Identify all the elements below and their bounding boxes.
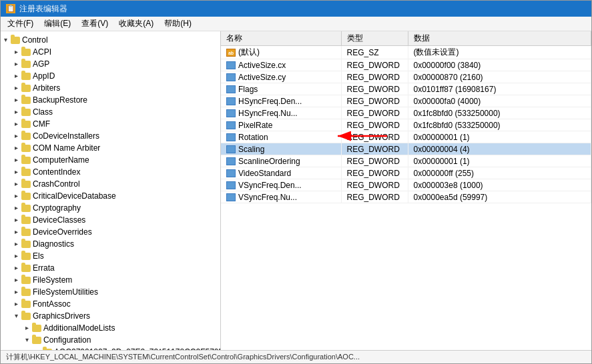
tree-node[interactable]: ▸DeviceOverrides: [1, 226, 220, 238]
tree-node[interactable]: ▸AGP: [1, 58, 220, 70]
expand-icon[interactable]: ▸: [11, 203, 21, 213]
expand-icon[interactable]: ▸: [11, 179, 21, 189]
tree-node[interactable]: ▸Diagnostics: [1, 238, 220, 250]
tree-node[interactable]: ▸CMF: [1, 118, 220, 130]
tree-node-label: Configuration: [43, 335, 91, 345]
collapse-icon[interactable]: ▾: [1, 35, 10, 45]
tree-node[interactable]: ▸Els: [1, 250, 220, 262]
value-type: REG_DWORD: [341, 131, 408, 143]
expand-icon[interactable]: ▸: [11, 59, 21, 69]
expand-icon[interactable]: ▸: [11, 83, 21, 93]
tree-node-label: DeviceClasses: [33, 215, 85, 225]
tree-node[interactable]: ▸Class: [1, 106, 220, 118]
expand-icon[interactable]: ▸: [11, 131, 21, 141]
value-data: 0x000000ff (255): [408, 167, 591, 179]
expand-icon[interactable]: ▸: [11, 251, 21, 261]
menu-favorites[interactable]: 收藏夹(A): [115, 17, 158, 31]
collapse-icon[interactable]: ▾: [22, 335, 31, 345]
tree-node[interactable]: ▾Control: [1, 34, 220, 46]
expand-icon[interactable]: ▸: [11, 167, 21, 177]
tree-node[interactable]: ▸Cryptography: [1, 202, 220, 214]
tree-node-label: Cryptography: [33, 203, 81, 213]
expand-icon[interactable]: ▸: [11, 287, 21, 297]
tree-node-label: AppID: [33, 71, 55, 81]
menu-help[interactable]: 帮助(H): [160, 17, 196, 31]
table-row[interactable]: ActiveSize.cxREG_DWORD0x00000f00 (3840): [221, 59, 591, 71]
tree-node[interactable]: ▸AdditionalModeLists: [1, 322, 220, 334]
expand-icon[interactable]: ▸: [11, 227, 21, 237]
expand-icon[interactable]: ▸: [11, 299, 21, 309]
tree-node[interactable]: ▸CriticalDeviceDatabase: [1, 190, 220, 202]
window-title: 注册表编辑器: [19, 3, 67, 15]
tree-node[interactable]: ▸ContentIndex: [1, 166, 220, 178]
table-row[interactable]: VideoStandardREG_DWORD0x000000ff (255): [221, 167, 591, 179]
tree-node[interactable]: ▾Configuration: [1, 334, 220, 346]
expand-icon[interactable]: ▸: [11, 119, 21, 129]
tree-node[interactable]: ▸CoDeviceInstallers: [1, 130, 220, 142]
value-data: 0x000003e8 (1000): [408, 179, 591, 191]
folder-icon: [21, 83, 31, 93]
expand-icon[interactable]: ▸: [11, 191, 21, 201]
table-row[interactable]: ActiveSize.cyREG_DWORD0x00000870 (2160): [221, 71, 591, 83]
collapse-icon[interactable]: ▾: [11, 311, 21, 321]
table-row[interactable]: PixelRateREG_DWORD0x1fc8bfd0 (533250000): [221, 119, 591, 131]
expand-icon[interactable]: ▸: [11, 275, 21, 285]
expand-icon[interactable]: ▸: [11, 155, 21, 165]
value-data: 0x0101ff87 (16908167): [408, 83, 591, 95]
expand-icon[interactable]: ▸: [11, 143, 21, 153]
table-row[interactable]: HSyncFreq.Den...REG_DWORD0x00000fa0 (400…: [221, 95, 591, 107]
tree-node[interactable]: ▸Arbiters: [1, 82, 220, 94]
menu-edit[interactable]: 编辑(E): [40, 17, 75, 31]
value-type-icon: [226, 193, 236, 201]
expand-icon[interactable]: ▸: [11, 107, 21, 117]
tree-node[interactable]: ▸FileSystemUtilities: [1, 286, 220, 298]
menu-file[interactable]: 文件(F): [3, 17, 37, 31]
expand-icon[interactable]: ▸: [11, 239, 21, 249]
value-type-icon: [226, 145, 236, 153]
value-data: 0x1fc8bfd0 (533250000): [408, 107, 591, 119]
folder-icon: [21, 203, 31, 213]
expand-icon[interactable]: ▸: [11, 71, 21, 81]
tree-node[interactable]: ▸FileSystem: [1, 274, 220, 286]
expand-icon[interactable]: ▸: [11, 47, 21, 57]
table-row[interactable]: ScalingREG_DWORD0x00000004 (4): [221, 143, 591, 155]
tree-node[interactable]: ▸BackupRestore: [1, 94, 220, 106]
table-row[interactable]: VSyncFreq.Nu...REG_DWORD0x0000ea5d (5999…: [221, 191, 591, 203]
folder-icon: [10, 35, 21, 45]
tree-node[interactable]: ▸ACPI: [1, 46, 220, 58]
tree-node[interactable]: ▾GraphicsDrivers: [1, 310, 220, 322]
expand-icon[interactable]: ▸: [11, 95, 21, 105]
value-type-icon: [226, 97, 236, 105]
tree-node[interactable]: ▸ComputerName: [1, 154, 220, 166]
tree-node[interactable]: ▸Errata: [1, 262, 220, 274]
tree-node-label: BackupRestore: [33, 95, 87, 105]
registry-tree-pane[interactable]: ▾Control▸ACPI▸AGP▸AppID▸Arbiters▸BackupR…: [1, 31, 221, 350]
table-row[interactable]: VSyncFreq.Den...REG_DWORD0x000003e8 (100…: [221, 179, 591, 191]
tree-node[interactable]: ▸DeviceClasses: [1, 214, 220, 226]
table-row[interactable]: FlagsREG_DWORD0x0101ff87 (16908167): [221, 83, 591, 95]
tree-node[interactable]: ▸CrashControl: [1, 178, 220, 190]
table-row[interactable]: HSyncFreq.Nu...REG_DWORD0x1fc8bfd0 (5332…: [221, 107, 591, 119]
folder-icon: [21, 167, 31, 177]
expand-icon[interactable]: ▸: [22, 323, 31, 333]
tree-node-label: FontAssoc: [33, 299, 71, 309]
menu-view[interactable]: 查看(V): [77, 17, 112, 31]
expand-icon[interactable]: ▸: [11, 215, 21, 225]
value-name: ScanlineOrdering: [221, 155, 341, 167]
registry-values-pane[interactable]: 名称 类型 数据 ab(默认)REG_SZ(数值未设置)ActiveSize.c…: [221, 31, 591, 350]
table-row[interactable]: ScanlineOrderingREG_DWORD0x00000001 (1): [221, 155, 591, 167]
value-name: Flags: [221, 83, 341, 95]
tree-node-label: ContentIndex: [33, 167, 80, 177]
menu-bar: 文件(F) 编辑(E) 查看(V) 收藏夹(A) 帮助(H): [1, 17, 591, 31]
tree-node[interactable]: ▸AppID: [1, 70, 220, 82]
value-name: PixelRate: [221, 119, 341, 131]
value-type-icon: [226, 121, 236, 129]
tree-node[interactable]: ▸FontAssoc: [1, 298, 220, 310]
expand-icon[interactable]: ▸: [11, 263, 21, 273]
value-type-icon: [226, 169, 236, 177]
tree-node-label: AdditionalModeLists: [43, 323, 115, 333]
table-row[interactable]: RotationREG_DWORD0x00000001 (1): [221, 131, 591, 143]
tree-node[interactable]: ▸COM Name Arbiter: [1, 142, 220, 154]
table-row[interactable]: ab(默认)REG_SZ(数值未设置): [221, 46, 591, 59]
col-header-name: 名称: [221, 31, 341, 46]
